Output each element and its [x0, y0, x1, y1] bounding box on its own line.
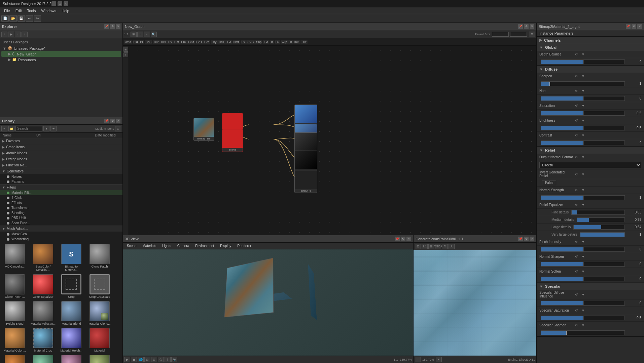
minimize-button[interactable]: ─	[51, 1, 56, 6]
tex-zoom-out-btn[interactable]: -	[415, 357, 421, 362]
normal-soften-slider[interactable]	[541, 277, 625, 281]
menu-help[interactable]: Help	[59, 7, 72, 14]
list-item[interactable]: Multi	[58, 354, 85, 363]
menu-scene[interactable]: Scene	[124, 243, 139, 249]
specular-header[interactable]: ▼ Specular	[537, 283, 644, 290]
nsoften-reset-btn[interactable]: ↺	[574, 269, 579, 274]
node-type-shp[interactable]: Shp	[255, 40, 262, 44]
texture-close-button[interactable]: ✕	[530, 237, 534, 241]
tex-rgba-btn[interactable]: RGBA	[435, 244, 441, 249]
menu-windows[interactable]: Windows	[38, 7, 59, 14]
menu-tools[interactable]: Tools	[25, 7, 39, 14]
grid-view-button[interactable]: ⊞	[115, 126, 121, 131]
graph-settings-button[interactable]: ⚙	[524, 24, 529, 29]
node-type-gra[interactable]: Gra	[203, 40, 210, 44]
spec-sharpen-slider[interactable]	[541, 330, 625, 335]
list-item[interactable]: Material	[86, 327, 113, 353]
node-type-ing[interactable]: InG	[293, 40, 300, 44]
ssharp-expand-btn[interactable]: ▼	[581, 323, 585, 328]
pinch-expand-btn[interactable]: ▼	[581, 240, 585, 244]
explorer-import-button[interactable]: ↓	[15, 32, 21, 37]
node-type-tr[interactable]: Tr	[270, 40, 274, 44]
menu-camera[interactable]: Camera	[175, 243, 192, 249]
texture-canvas[interactable]	[414, 250, 536, 356]
hue-reset-btn[interactable]: ↺	[574, 89, 579, 93]
depth-balance-reset-btn[interactable]: ↺	[574, 52, 579, 57]
list-item[interactable]: Material	[1, 354, 28, 363]
list-item[interactable]: Height Blend	[1, 300, 28, 326]
zoom-fit-button[interactable]: ⊠	[131, 32, 137, 37]
close-button[interactable]: ✕	[64, 1, 68, 6]
node-type-dbl[interactable]: DBl	[160, 40, 167, 44]
saturation-expand-btn[interactable]: ▼	[581, 104, 585, 108]
diffuse-header[interactable]: ▼ Diffuse	[537, 66, 644, 73]
graph-close-button[interactable]: ✕	[530, 24, 534, 29]
generators-header[interactable]: ▼ Generators	[0, 168, 122, 174]
resources-item[interactable]: ▶ 📁 Resources	[1, 57, 121, 63]
menu-materials[interactable]: Materials	[140, 243, 159, 249]
tex-channel-btn[interactable]: R	[442, 244, 448, 249]
menu-lights[interactable]: Lights	[159, 243, 174, 249]
contrast-expand-btn[interactable]: ▼	[581, 133, 585, 138]
ns-expand-btn[interactable]: ▼	[581, 188, 585, 193]
mask-gen-item[interactable]: Mask Gen...	[0, 232, 122, 237]
tex-1to1-btn[interactable]: 1:1	[422, 244, 428, 249]
function-header[interactable]: ▶ Function No...	[0, 162, 122, 168]
spec-sat-slider[interactable]	[541, 316, 625, 320]
search-graph-button[interactable]: 🔍	[151, 32, 157, 37]
graph-node-source[interactable]: bitmap_src	[193, 118, 214, 141]
view-3d-close-button[interactable]: ✕	[406, 237, 411, 241]
explorer-add-button[interactable]: +	[1, 32, 7, 37]
hue-slider[interactable]	[541, 96, 625, 101]
graph-node-blend2[interactable]: blend	[222, 129, 243, 152]
filter-button[interactable]: ▼	[43, 126, 49, 131]
weathering-item[interactable]: Weathering	[0, 237, 122, 242]
blending-item[interactable]: Blending	[0, 210, 122, 215]
mesh-header[interactable]: ▼ Mesh Adapti...	[0, 226, 122, 232]
graph-item[interactable]: ▶ ⬡ New_Graph	[1, 51, 121, 57]
depth-balance-slider[interactable]	[541, 59, 625, 64]
props-close-button[interactable]: ✕	[637, 24, 642, 29]
ss-reset-btn[interactable]: ↺	[574, 308, 579, 313]
node-type-gry[interactable]: Gry	[211, 40, 218, 44]
menu-environment[interactable]: Environment	[192, 243, 217, 249]
library-add-button[interactable]: +	[1, 126, 7, 131]
list-item[interactable]: Clone Patch	[86, 243, 113, 272]
3d-render-btn1[interactable]: ▶	[124, 357, 130, 362]
package-item[interactable]: ▼ 📦 Unsaved Package*	[1, 45, 121, 51]
list-item[interactable]: AO Cancella...	[1, 243, 28, 272]
node-type-dst[interactable]: Dst	[173, 40, 180, 44]
library-folder-button[interactable]: 📁	[8, 126, 14, 131]
list-item[interactable]: Color Equalizer	[30, 274, 57, 299]
list-item[interactable]: Multi	[30, 354, 57, 363]
maximize-button[interactable]: □	[58, 1, 62, 6]
node-type-em[interactable]: Em	[180, 40, 187, 44]
node-type-bld[interactable]: Bld	[133, 40, 139, 44]
texture-pin-button[interactable]: 📌	[518, 237, 523, 241]
menu-edit[interactable]: Edit	[13, 7, 25, 14]
ss-expand-btn[interactable]: ▼	[581, 308, 585, 313]
output-normal-dropdown[interactable]: DirectX OpenGL	[539, 162, 641, 168]
new-button[interactable]: 📄	[1, 15, 9, 22]
list-item[interactable]: Crop	[58, 274, 85, 299]
graph-pin-button[interactable]: 📌	[518, 24, 523, 29]
node-type-ck[interactable]: Ck	[275, 40, 280, 44]
node-type-chs[interactable]: ChS	[145, 40, 153, 44]
parent-size-value[interactable]	[492, 32, 509, 37]
fxmap-header[interactable]: ▶ FxMap Nodes	[0, 156, 122, 162]
list-item[interactable]: S Bitmap to Materia...	[58, 243, 85, 272]
3d-render-btn2[interactable]: ◼	[131, 357, 137, 362]
menu-renderer[interactable]: Renderer	[235, 243, 254, 249]
search-input[interactable]	[15, 126, 42, 131]
tex-zoom-in-btn[interactable]: +	[436, 357, 442, 362]
pinch-slider[interactable]	[541, 247, 625, 252]
transforms-item[interactable]: Transforms	[0, 205, 122, 210]
list-item[interactable]: Material Clone...	[86, 300, 113, 326]
list-item[interactable]: Material Heigh...	[58, 327, 85, 353]
3d-grid-btn[interactable]: ⊞	[151, 357, 157, 362]
noises-item[interactable]: Noises	[0, 174, 122, 179]
3d-view-btn[interactable]: ⊡	[144, 357, 150, 362]
node-type-in[interactable]: In	[288, 40, 293, 44]
menu-file[interactable]: File	[1, 7, 13, 14]
node-type-hsl[interactable]: HSL	[218, 40, 226, 44]
